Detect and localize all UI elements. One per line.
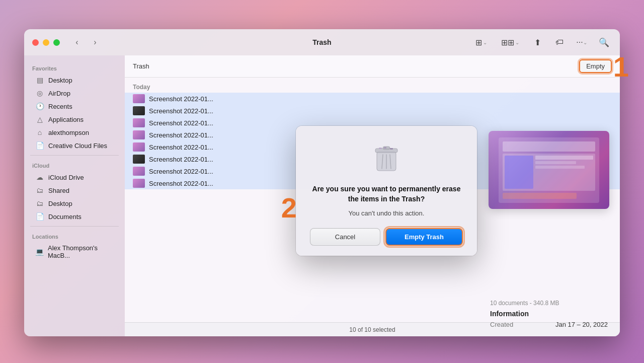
svg-rect-6 bbox=[379, 148, 382, 149]
view-chevron-icon: ⌄ bbox=[483, 40, 487, 45]
sidebar-item-creative-cloud[interactable]: 📄 Creative Cloud Files bbox=[27, 139, 122, 152]
sidebar-item-label: Creative Cloud Files bbox=[48, 142, 107, 150]
home-icon: ⌂ bbox=[35, 128, 44, 136]
applications-icon: △ bbox=[35, 115, 44, 123]
sidebar-item-documents[interactable]: 📄 Documents bbox=[27, 210, 122, 223]
dialog-trash-icon bbox=[371, 140, 401, 176]
dialog-overlay: Are you sure you want to permanently era… bbox=[125, 55, 620, 336]
view-grid-button[interactable]: ⊞⊞ ⌄ bbox=[497, 36, 523, 49]
title-bar: ‹ › Trash ⊞ ⌄ ⊞⊞ ⌄ ⬆ 🏷 ··· ⌄ bbox=[24, 29, 620, 55]
locations-section-label: Locations bbox=[24, 230, 125, 242]
sidebar-item-label: Applications bbox=[48, 116, 84, 123]
empty-trash-dialog: Are you sure you want to permanently era… bbox=[296, 126, 477, 256]
sidebar-item-recents[interactable]: 🕐 Recents bbox=[27, 100, 122, 113]
desktop-icon: ▤ bbox=[35, 76, 44, 84]
minimize-button[interactable] bbox=[43, 39, 49, 46]
sidebar-item-macbook[interactable]: 💻 Alex Thompson's MacB... bbox=[27, 242, 122, 262]
view-columns-button[interactable]: ⊞ ⌄ bbox=[471, 36, 491, 49]
documents-icon: 📄 bbox=[35, 212, 44, 221]
traffic-lights bbox=[32, 39, 60, 46]
icloud-section-label: iCloud bbox=[24, 159, 125, 171]
content-area: Favorites ▤ Desktop ◎ AirDrop 🕐 Recents … bbox=[24, 55, 620, 336]
mac-finder-window: ‹ › Trash ⊞ ⌄ ⊞⊞ ⌄ ⬆ 🏷 ··· ⌄ bbox=[24, 29, 620, 336]
sidebar-item-label: Documents bbox=[48, 213, 82, 221]
more-chevron-icon: ⌄ bbox=[583, 40, 587, 45]
sidebar-item-label: AirDrop bbox=[48, 90, 70, 97]
sidebar: Favorites ▤ Desktop ◎ AirDrop 🕐 Recents … bbox=[24, 55, 125, 336]
shared-icon: 🗂 bbox=[35, 186, 44, 194]
grid-chevron-icon: ⌄ bbox=[515, 40, 519, 45]
icloud-desktop-icon: 🗂 bbox=[35, 199, 44, 207]
sidebar-item-icloud-drive[interactable]: ☁ iCloud Drive bbox=[27, 171, 122, 184]
sidebar-item-icloud-desktop[interactable]: 🗂 Desktop bbox=[27, 197, 122, 210]
forward-button[interactable]: › bbox=[88, 35, 102, 49]
sidebar-separator-1 bbox=[30, 155, 119, 156]
window-title: Trash bbox=[312, 38, 331, 46]
airdrop-icon: ◎ bbox=[35, 89, 44, 97]
tag-icon: 🏷 bbox=[555, 38, 564, 47]
forward-icon: › bbox=[94, 38, 96, 47]
icloud-drive-icon: ☁ bbox=[35, 173, 44, 181]
sidebar-item-label: Alex Thompson's MacB... bbox=[48, 244, 114, 259]
back-icon: ‹ bbox=[75, 38, 78, 47]
recents-icon: 🕐 bbox=[35, 102, 44, 110]
dialog-buttons: Cancel Empty Trash bbox=[310, 228, 463, 246]
back-button[interactable]: ‹ bbox=[70, 35, 84, 49]
sidebar-item-label: alexthompson bbox=[48, 129, 89, 136]
favorites-section-label: Favorites bbox=[24, 61, 125, 74]
search-icon: 🔍 bbox=[599, 37, 609, 48]
share-button[interactable]: ⬆ bbox=[529, 34, 545, 50]
step-2-label: 2 bbox=[281, 191, 297, 224]
nav-buttons: ‹ › bbox=[70, 35, 102, 49]
dialog-title: Are you sure you want to permanently era… bbox=[310, 184, 463, 204]
sidebar-item-label: Recents bbox=[48, 103, 72, 110]
search-button[interactable]: 🔍 bbox=[596, 34, 612, 50]
sidebar-item-label: Shared bbox=[48, 187, 69, 194]
sidebar-item-label: iCloud Drive bbox=[48, 174, 84, 181]
sidebar-item-label: Desktop bbox=[48, 200, 72, 207]
sidebar-separator-2 bbox=[30, 226, 119, 227]
share-icon: ⬆ bbox=[534, 38, 541, 47]
sidebar-item-home[interactable]: ⌂ alexthompson bbox=[27, 126, 122, 139]
sidebar-item-airdrop[interactable]: ◎ AirDrop bbox=[27, 87, 122, 100]
fullscreen-button[interactable] bbox=[53, 39, 60, 46]
columns-icon: ⊞ bbox=[475, 38, 482, 47]
sidebar-item-applications[interactable]: △ Applications bbox=[27, 113, 122, 126]
tag-button[interactable]: 🏷 bbox=[551, 34, 568, 50]
toolbar-actions: ⊞ ⌄ ⊞⊞ ⌄ ⬆ 🏷 ··· ⌄ 🔍 bbox=[471, 34, 612, 50]
dialog-message: You can't undo this action. bbox=[349, 209, 425, 218]
sidebar-item-desktop[interactable]: ▤ Desktop bbox=[27, 74, 122, 87]
close-button[interactable] bbox=[32, 39, 39, 46]
cancel-button[interactable]: Cancel bbox=[310, 228, 380, 246]
more-button[interactable]: ··· ⌄ bbox=[574, 34, 590, 50]
sidebar-item-label: Desktop bbox=[48, 77, 72, 84]
step-1-label: 1 bbox=[613, 50, 629, 83]
grid-icon: ⊞⊞ bbox=[501, 38, 514, 47]
creative-cloud-icon: 📄 bbox=[35, 141, 44, 150]
empty-trash-button[interactable]: Empty Trash bbox=[385, 228, 463, 246]
trash-icon-svg bbox=[374, 142, 399, 174]
main-panel: Trash Empty Today Screenshot 2022-01... … bbox=[125, 55, 620, 336]
svg-rect-7 bbox=[384, 147, 386, 149]
sidebar-item-shared[interactable]: 🗂 Shared bbox=[27, 184, 122, 197]
more-icon: ··· bbox=[576, 38, 583, 47]
svg-rect-8 bbox=[390, 148, 393, 150]
macbook-icon: 💻 bbox=[35, 248, 44, 256]
